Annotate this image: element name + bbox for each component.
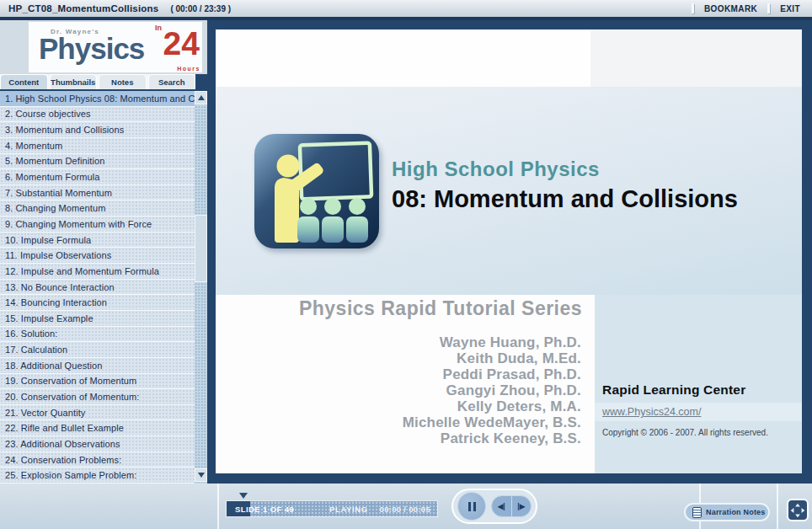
seek-bar[interactable]: SLIDE 1 OF 49 PLAYING 00:00 / 00:05 [226,500,438,517]
pause-icon [468,502,471,511]
slide-stepper: ◀| |▶ [491,495,532,517]
slide-frame-bottom [207,473,812,484]
logo-area: Dr. Wayne's Physics In 24 Hours [0,20,207,74]
slide-frame-right [802,29,812,473]
logo-number: 24 [163,25,200,62]
toc-item[interactable]: 5. Momentum Definition [0,154,195,170]
pause-button[interactable] [457,492,486,521]
toc-item[interactable]: 7. Substantial Momentum [0,185,195,201]
toc-item[interactable]: 22. Rifle and Bullet Example [0,420,195,436]
slide-frame-left [207,29,216,473]
toc-item[interactable]: 4. Momentum [0,138,195,154]
toc-wrap: 1. High School Physics 08: Momentum and … [0,91,207,484]
next-slide-button[interactable]: |▶ [512,496,532,516]
sidebar: Dr. Wayne's Physics In 24 Hours ContentT… [0,20,207,484]
tab-notes[interactable]: Notes [99,74,147,89]
toc-item[interactable]: 17. Calculation [0,342,195,358]
title-bar: HP_CT08_MomentumCollisions ( 00:00 / 23:… [0,0,812,17]
toc-item[interactable]: 2. Course objectives [0,107,195,123]
toc-item[interactable]: 3. Momentum and Collisions [0,122,195,138]
separator [777,484,778,529]
narration-notes-button[interactable]: Narration Notes [684,503,770,521]
playhead-marker[interactable] [239,493,248,499]
tab-content[interactable]: Content [0,74,48,89]
total-time: ( 00:00 / 23:39 ) [170,4,231,13]
teacher-classroom-icon [253,132,381,250]
player-bar: SLIDE 1 OF 49 PLAYING 00:00 / 00:05 ◀| |… [0,484,812,529]
toc-scrollbar[interactable] [195,91,207,484]
notes-icon [692,507,702,518]
authors-list: Wayne Huang, Ph.D.Keith Duda, M.Ed.Peddi… [216,334,581,446]
playback-controls: ◀| |▶ [451,489,537,524]
toc-item[interactable]: 12. Impulse and Momentum Formula [0,264,195,280]
toc-item[interactable]: 10. Impulse Formula [0,232,195,248]
title-bar-left: HP_CT08_MomentumCollisions ( 00:00 / 23:… [8,3,231,13]
toc-item[interactable]: 18. Additional Question [0,358,195,374]
separator [217,484,219,529]
slide-counter: SLIDE 1 OF 49 [235,505,294,514]
separator [692,3,694,13]
author-line: Patrick Keeney, B.S. [216,430,581,446]
link-band: www.Physics24.com/ [595,403,802,421]
toc-item[interactable]: 13. No Bounce Interaction [0,280,195,296]
toc-item[interactable]: 19. Conservation of Momentum [0,374,195,390]
pause-icon [473,502,476,511]
toc-item[interactable]: 25. Explosion Sample Problem: [0,468,195,484]
slide-time: 00:00 / 00:05 [380,505,430,514]
series-title: Physics Rapid Tutorial Series [251,297,630,320]
toc-list: 1. High School Physics 08: Momentum and … [0,91,195,484]
slide-top-band [216,29,802,87]
narration-notes-label: Narration Notes [706,508,766,516]
physics24-logo: Dr. Wayne's Physics In 24 Hours [29,22,202,72]
tab-thumbnails[interactable]: Thumbnails [50,74,98,89]
separator [767,3,770,13]
arrow-down-icon [198,473,205,478]
toc-item[interactable]: 11. Impulse Observations [0,248,195,264]
playback-status: PLAYING [329,505,368,514]
toc-item[interactable]: 20. Conservation of Momentum: [0,389,195,405]
fullscreen-arrows-icon [789,502,806,519]
logo-in-label: In [155,24,162,32]
slide-supertitle: High School Physics [392,158,600,181]
toc-item[interactable]: 14. Bouncing Interaction [0,295,195,311]
scroll-down-button[interactable] [195,468,207,482]
author-line: Peddi Prasad, Ph.D. [216,366,581,382]
toc-item[interactable]: 6. Momentum Formula [0,169,195,185]
tab-search[interactable]: Search [148,74,196,89]
scroll-up-button[interactable] [195,91,207,104]
branding-panel: Rapid Learning Center www.Physics24.com/… [595,295,802,473]
branding-heading: Rapid Learning Center [602,382,745,398]
toc-item[interactable]: 24. Conservation Problems: [0,452,195,468]
arrow-up-icon [198,95,205,100]
toc-item[interactable]: 1. High School Physics 08: Momentum and … [0,91,195,107]
slide-canvas: Rapid Learning Center www.Physics24.com/… [216,29,802,473]
fullscreen-button[interactable] [787,499,809,521]
author-line: Michelle WedeMayer, B.S. [216,414,581,430]
toc-item[interactable]: 8. Changing Momentum [0,200,195,216]
author-line: Gangyi Zhou, Ph.D. [216,382,581,398]
logo-hours-label: Hours [177,66,200,72]
scrollbar-thumb[interactable] [195,215,207,282]
toc-item[interactable]: 9. Changing Momentum with Force [0,216,195,232]
toc-item[interactable]: 15. Impulse Example [0,311,195,327]
toc-item[interactable]: 21. Vector Quantity [0,405,195,421]
slide-title: 08: Momentum and Collisions [392,185,738,213]
presentation-title: HP_CT08_MomentumCollisions [8,3,158,13]
title-bar-right: BOOKMARK EXIT [692,3,800,13]
author-line: Kelly Deters, M.A. [216,398,581,414]
toc-item[interactable]: 16. Solution: [0,327,195,343]
bookmark-button[interactable]: BOOKMARK [704,4,757,13]
author-line: Wayne Huang, Ph.D. [216,334,581,350]
author-line: Keith Duda, M.Ed. [216,350,581,366]
copyright-text: Copyright © 2006 - 2007. All rights rese… [602,428,768,437]
toc-item[interactable]: 23. Additional Observations [0,436,195,452]
previous-slide-button[interactable]: ◀| [492,496,512,516]
application-window: HP_CT08_MomentumCollisions ( 00:00 / 23:… [0,0,812,529]
slide-frame-top [207,20,812,29]
exit-button[interactable]: EXIT [780,4,800,13]
logo-word: Physics [39,32,144,66]
website-link[interactable]: www.Physics24.com/ [602,406,701,418]
sidebar-tabs: ContentThumbnailsNotesSearch [0,74,207,91]
